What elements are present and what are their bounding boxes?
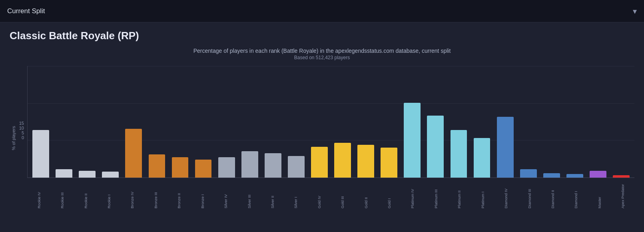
chart-inner: Rookie IVRookie IIIRookie IIRookie IBron… [27, 66, 634, 210]
x-label: Gold III [340, 178, 345, 210]
x-label-group: Platinum III [424, 178, 447, 210]
bar [451, 130, 467, 178]
x-label: Silver III [247, 178, 251, 210]
chart-subtitle: Based on 512,423 players [10, 55, 634, 60]
x-label-group: Bronze III [144, 178, 167, 210]
x-label: Gold I [387, 178, 391, 210]
x-label: Platinum II [457, 178, 461, 210]
x-label: Rookie I [107, 178, 111, 210]
x-label-group: Gold III [331, 178, 354, 210]
y-tick: 10 [19, 126, 24, 130]
chart-area: Percentage of players in each rank (Batt… [0, 44, 644, 210]
bar-group [354, 66, 377, 178]
bars-container [28, 66, 634, 178]
bar-group [540, 66, 563, 178]
x-label: Rookie II [84, 178, 88, 210]
x-label: Diamond II [550, 178, 555, 210]
x-label-group: Silver II [261, 178, 284, 210]
x-label: Diamond I [574, 178, 578, 210]
y-axis-wrapper: % of players 151050 [10, 66, 27, 210]
bar [265, 153, 281, 178]
x-label: Gold IV [317, 178, 321, 210]
bar-group [29, 66, 52, 178]
bar-group [168, 66, 191, 178]
y-tick: 5 [22, 130, 24, 135]
bar [172, 157, 189, 178]
bar-group [517, 66, 540, 178]
chart-wrapper: % of players 151050 Rookie IVRookie IIIR… [10, 66, 634, 210]
x-label-group: Gold IV [307, 178, 331, 210]
bar-group [610, 66, 633, 178]
x-label-group: Silver III [237, 178, 261, 210]
chevron-down-icon[interactable]: ▾ [633, 6, 637, 16]
bar-group [424, 66, 447, 178]
bar [566, 174, 583, 178]
x-label: Rookie IV [37, 178, 41, 210]
bar-group [238, 66, 261, 178]
x-label: Diamond III [527, 178, 532, 210]
header-bar: Current Split ▾ [0, 0, 644, 22]
x-label-group: Diamond II [541, 178, 564, 210]
bar [404, 103, 421, 178]
x-label: Platinum I [481, 178, 485, 210]
x-label-group: Platinum I [471, 178, 494, 210]
x-label: Bronze II [177, 178, 181, 210]
x-label: Silver I [293, 178, 298, 210]
x-label: Bronze III [154, 178, 158, 210]
x-label-group: Bronze II [167, 178, 191, 210]
y-axis-label: % of players [10, 126, 16, 150]
x-label-group: Diamond I [564, 178, 588, 210]
bar-group [145, 66, 168, 178]
bar [613, 175, 630, 178]
bar-group [122, 66, 145, 178]
bar [543, 173, 560, 178]
bar-group [76, 66, 99, 178]
bar-group [52, 66, 76, 178]
header-title: Current Split [7, 7, 45, 15]
bar [427, 116, 444, 178]
x-label-group: Rookie I [97, 178, 120, 210]
bar [520, 169, 537, 178]
x-label-group: Rookie II [74, 178, 97, 210]
bar [241, 151, 258, 178]
bar [288, 156, 305, 178]
x-label-group: Gold II [354, 178, 377, 210]
x-label: Silver IV [223, 178, 228, 210]
y-tick: 15 [19, 121, 24, 126]
x-labels: Rookie IVRookie IIIRookie IIRookie IBron… [27, 178, 634, 210]
bar [497, 117, 514, 178]
x-label: Bronze IV [130, 178, 134, 210]
x-label-group: Apex Predator [611, 178, 634, 210]
bar-group [308, 66, 331, 178]
x-label-group: Rookie III [50, 178, 74, 210]
bar [334, 143, 351, 178]
x-label-group: Silver IV [214, 178, 237, 210]
x-label: Master [597, 178, 602, 210]
x-label: Apex Predator [620, 178, 625, 210]
x-label-group: Diamond III [518, 178, 541, 210]
chart-title: Percentage of players in each rank (Batt… [10, 48, 634, 54]
bar [590, 171, 606, 178]
x-label: Gold II [364, 178, 368, 210]
bar-group [215, 66, 238, 178]
x-label: Platinum III [434, 178, 438, 210]
y-tick: 0 [22, 135, 24, 140]
x-label: Bronze I [200, 178, 205, 210]
bar-group [563, 66, 586, 178]
bar-group [261, 66, 285, 178]
x-label-group: Bronze I [191, 178, 214, 210]
bar [357, 145, 374, 178]
main-title: Classic Battle Royale (RP) [0, 22, 644, 44]
bar [195, 160, 212, 178]
y-axis: 151050 [16, 121, 27, 155]
bar-group [494, 66, 517, 178]
bar-group [377, 66, 401, 178]
bar-group [447, 66, 470, 178]
bar [381, 148, 397, 178]
x-label: Diamond IV [504, 178, 508, 210]
bar-group [586, 66, 610, 178]
bar [218, 157, 235, 178]
bar [79, 171, 96, 178]
bars-area [27, 66, 634, 178]
bar [32, 130, 49, 178]
